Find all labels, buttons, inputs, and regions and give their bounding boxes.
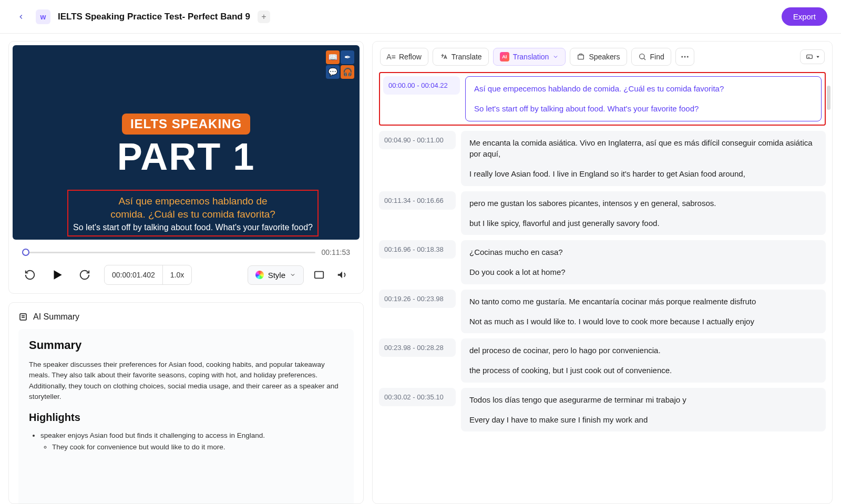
segment-text[interactable]: Me encanta la comida asiática. Vivo en I… [461,131,826,186]
highlight-subitem: They cook for convenience but would like… [52,441,343,453]
segment-translated: ¿Cocinas mucho en casa? [469,246,817,258]
timeline-row: 00:11:53 [13,240,360,256]
segment-timestamp[interactable]: 00:30.02 - 00:35.10 [379,388,456,406]
transcript-segment[interactable]: 00:04.90 - 00:11.00Me encanta la comida … [379,131,826,186]
translate-icon [439,53,448,61]
subtitle-highlight-box: Así que empecemos hablando de comida. ¿C… [67,190,319,236]
app-header: w IELTS Speaking Practice Test- Perfect … [0,0,841,34]
segment-text[interactable]: ¿Cocinas mucho en casa?Do you cook a lot… [461,240,826,284]
segment-translated: pero me gustan los sabores picantes, int… [469,198,817,209]
highlight-item: speaker enjoys Asian food but finds it c… [40,430,343,452]
highlights-heading: Highlights [29,412,343,424]
caption-view-button[interactable] [800,49,825,64]
svg-point-9 [684,56,685,58]
segment-timestamp[interactable]: 00:00.00 - 00:04.22 [383,76,460,95]
segment-original: Every day I have to make sure I finish m… [469,415,648,424]
segment-original: the process of cooking, but I just cook … [469,366,672,375]
chevron-left-icon [17,13,25,20]
rewind-button[interactable] [22,267,38,283]
forward-button[interactable] [77,267,93,283]
transcript-segment[interactable]: 00:19.26 - 00:23.98No tanto como me gust… [379,290,826,334]
segment-timestamp[interactable]: 00:23.98 - 00:28.28 [379,338,456,357]
video-card: 📖 ✒ 💬 🎧 IELTS SPEAKING PART 1 Así que em… [8,41,364,294]
fullscreen-icon [313,269,325,281]
video-part-label: PART 1 [13,138,360,176]
segment-text[interactable]: No tanto como me gustaría. Me encantaría… [461,290,826,334]
video-preview[interactable]: 📖 ✒ 💬 🎧 IELTS SPEAKING PART 1 Así que em… [13,45,360,240]
segment-text[interactable]: Todos los días tengo que asegurarme de t… [461,388,826,432]
subtitle-es-line2: comida. ¿Cuál es tu comida favorita? [110,209,275,220]
svg-marker-0 [54,270,62,279]
playback-speed[interactable]: 1.0x [162,265,191,284]
subtitle-es-line1: Así que empecemos hablando de [118,196,267,207]
translation-label: Translation [513,53,549,61]
style-label: Style [268,271,285,280]
segment-translated: No tanto como me gustaría. Me encantaría… [469,296,817,307]
subtitle-original: So let's start off by talking about food… [70,223,315,232]
document-icon: w [36,9,50,24]
speakers-button[interactable]: Speakers [570,48,627,66]
timeline-thumb[interactable] [22,249,29,256]
transcript-segment[interactable]: 00:23.98 - 00:28.28del proceso de cocina… [379,338,826,383]
segment-original: Not as much as I would like to. I would … [469,317,754,326]
volume-button[interactable] [334,267,350,283]
segment-original: Do you cook a lot at home? [469,268,566,276]
segment-timestamp[interactable]: 00:16.96 - 00:18.38 [379,240,456,259]
segment-text[interactable]: Así que empecemos hablando de comida. ¿C… [465,76,822,121]
video-title-overlay: IELTS SPEAKING PART 1 [13,114,360,176]
svg-point-8 [681,56,683,58]
controls-left: 00:00:01.402 1.0x [22,265,192,285]
add-tab-button[interactable]: + [258,11,270,23]
timeline-slider[interactable] [22,252,315,253]
reflow-button[interactable]: A≡ Reflow [380,48,428,66]
chat-icon: 💬 [326,65,340,79]
transcript-segment[interactable]: 00:11.34 - 00:16.66pero me gustan los sa… [379,191,826,235]
export-button[interactable]: Export [782,7,827,26]
speakers-label: Speakers [589,53,620,61]
segment-timestamp[interactable]: 00:11.34 - 00:16.66 [379,191,456,210]
transcript-segment[interactable]: 00:00.00 - 00:04.22Así que empecemos hab… [379,72,826,126]
transcript-segment[interactable]: 00:30.02 - 00:35.10Todos los días tengo … [379,388,826,432]
segment-original: but I like spicy, flavorful and just gen… [469,219,660,228]
svg-point-10 [687,56,689,58]
find-button[interactable]: Find [631,48,671,66]
ai-badge-icon: AI [500,52,509,61]
translate-button[interactable]: Translate [433,48,489,66]
reflow-label: Reflow [399,53,422,61]
ai-summary-card: AI Summary Summary The speaker discusses… [8,302,364,504]
segment-translated: del proceso de cocinar, pero lo hago por… [469,345,817,356]
summary-heading: Summary [29,338,343,352]
current-timecode[interactable]: 00:00:01.402 [105,265,162,284]
toolbar-left-group: A≡ Reflow Translate AI Translation [380,48,694,66]
color-wheel-icon [255,271,264,279]
summary-paragraph: The speaker discusses their preferences … [29,359,343,402]
play-icon [50,268,64,282]
segment-text[interactable]: del proceso de cocinar, pero lo hago por… [461,338,826,383]
segment-text[interactable]: pero me gustan los sabores picantes, int… [461,191,826,235]
transcript-toolbar: A≡ Reflow Translate AI Translation [373,42,832,72]
segment-timestamp[interactable]: 00:19.26 - 00:23.98 [379,290,456,308]
video-chip: IELTS SPEAKING [122,114,250,135]
highlight-text: speaker enjoys Asian food but finds it c… [40,431,265,439]
chevron-down-icon [290,272,296,278]
timecode-box: 00:00:01.402 1.0x [104,265,192,285]
translation-button[interactable]: AI Translation [493,48,566,66]
back-button[interactable] [14,9,28,24]
transcript-list[interactable]: 00:00.00 - 00:04.22Así que empecemos hab… [373,72,832,503]
segment-timestamp[interactable]: 00:04.90 - 00:11.00 [379,131,456,149]
more-button[interactable] [675,48,694,66]
style-button[interactable]: Style [248,265,304,285]
header-left: w IELTS Speaking Practice Test- Perfect … [14,9,270,24]
scrollbar-thumb[interactable] [827,86,830,110]
fullscreen-button[interactable] [311,267,327,283]
play-button[interactable] [49,267,65,283]
transcript-segment[interactable]: 00:16.96 - 00:18.38¿Cocinas mucho en cas… [379,240,826,284]
search-icon [638,53,647,61]
headphones-icon: 🎧 [341,65,354,79]
main-area: 📖 ✒ 💬 🎧 IELTS SPEAKING PART 1 Así que em… [0,34,841,504]
controls-right: Style [248,265,350,285]
segment-original: I really love Asian food. I live in Engl… [469,169,745,178]
document-title: IELTS Speaking Practice Test- Perfect Ba… [58,12,250,22]
ai-summary-title: AI Summary [33,312,79,322]
ai-summary-header: AI Summary [18,312,354,322]
